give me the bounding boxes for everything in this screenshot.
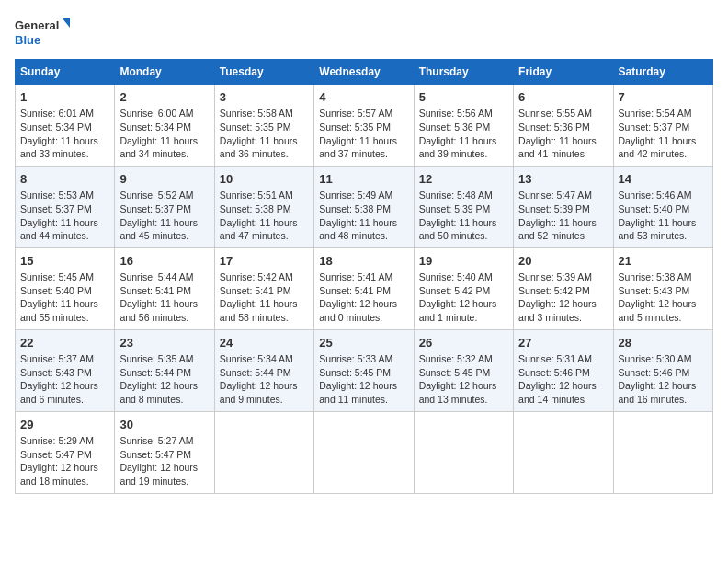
- sunrise-text: Sunrise: 6:00 AM: [119, 108, 193, 119]
- calendar-cell: 16Sunrise: 5:44 AMSunset: 5:41 PMDayligh…: [115, 247, 214, 329]
- sunrise-text: Sunrise: 5:40 AM: [419, 271, 493, 282]
- day-number: 19: [419, 253, 508, 270]
- calendar-cell: 1Sunrise: 6:01 AMSunset: 5:34 PMDaylight…: [16, 85, 115, 167]
- calendar-cell: 13Sunrise: 5:47 AMSunset: 5:39 PMDayligh…: [514, 166, 613, 247]
- day-number: 24: [220, 335, 309, 351]
- weekday-header-monday: Monday: [115, 60, 214, 85]
- weekday-header-tuesday: Tuesday: [214, 60, 313, 85]
- sunrise-text: Sunrise: 5:31 AM: [518, 353, 592, 364]
- sunset-text: Sunset: 5:41 PM: [319, 285, 391, 296]
- week-row-3: 15Sunrise: 5:45 AMSunset: 5:40 PMDayligh…: [16, 247, 713, 329]
- sunrise-text: Sunrise: 5:35 AM: [119, 353, 193, 364]
- day-number: 15: [20, 253, 109, 270]
- sunrise-text: Sunrise: 5:48 AM: [419, 190, 493, 201]
- daylight-text: Daylight: 12 hours and 8 minutes.: [119, 380, 198, 405]
- daylight-text: Daylight: 11 hours and 44 minutes.: [20, 217, 98, 242]
- calendar-cell: [514, 411, 613, 493]
- calendar-cell: 5Sunrise: 5:56 AMSunset: 5:36 PMDaylight…: [414, 85, 513, 167]
- calendar-cell: 18Sunrise: 5:41 AMSunset: 5:41 PMDayligh…: [314, 247, 414, 329]
- calendar-cell: 12Sunrise: 5:48 AMSunset: 5:39 PMDayligh…: [414, 166, 513, 247]
- daylight-text: Daylight: 11 hours and 53 minutes.: [619, 217, 697, 242]
- day-number: 8: [20, 171, 109, 188]
- calendar-cell: [214, 411, 313, 493]
- day-number: 7: [619, 89, 708, 106]
- sunset-text: Sunset: 5:44 PM: [119, 367, 191, 378]
- svg-text:General: General: [15, 18, 59, 32]
- sunrise-text: Sunrise: 5:27 AM: [119, 435, 193, 446]
- sunrise-text: Sunrise: 5:37 AM: [20, 353, 94, 364]
- calendar-cell: [613, 411, 712, 493]
- daylight-text: Daylight: 12 hours and 9 minutes.: [220, 380, 298, 405]
- logo-svg: General Blue: [15, 15, 70, 50]
- calendar-cell: 25Sunrise: 5:33 AMSunset: 5:45 PMDayligh…: [314, 329, 414, 411]
- weekday-header-saturday: Saturday: [613, 60, 712, 85]
- page-header: General Blue: [15, 15, 713, 50]
- daylight-text: Daylight: 11 hours and 58 minutes.: [220, 298, 298, 323]
- sunrise-text: Sunrise: 5:30 AM: [619, 353, 692, 364]
- daylight-text: Daylight: 12 hours and 5 minutes.: [619, 298, 697, 323]
- sunset-text: Sunset: 5:38 PM: [220, 203, 291, 214]
- day-number: 2: [119, 89, 209, 106]
- calendar-cell: 4Sunrise: 5:57 AMSunset: 5:35 PMDaylight…: [314, 85, 414, 167]
- daylight-text: Daylight: 11 hours and 52 minutes.: [518, 217, 597, 242]
- daylight-text: Daylight: 11 hours and 33 minutes.: [20, 135, 98, 160]
- sunrise-text: Sunrise: 5:57 AM: [319, 108, 392, 119]
- sunset-text: Sunset: 5:39 PM: [518, 203, 590, 214]
- day-number: 25: [319, 335, 408, 351]
- sunset-text: Sunset: 5:44 PM: [220, 367, 291, 378]
- calendar-cell: 27Sunrise: 5:31 AMSunset: 5:46 PMDayligh…: [514, 329, 613, 411]
- daylight-text: Daylight: 12 hours and 14 minutes.: [518, 380, 597, 405]
- day-number: 21: [619, 253, 708, 270]
- sunrise-text: Sunrise: 5:51 AM: [220, 190, 293, 201]
- day-number: 6: [518, 89, 608, 106]
- sunrise-text: Sunrise: 6:01 AM: [20, 108, 94, 119]
- day-number: 18: [319, 253, 408, 270]
- weekday-header-friday: Friday: [514, 60, 613, 85]
- weekday-header-thursday: Thursday: [414, 60, 513, 85]
- sunrise-text: Sunrise: 5:46 AM: [619, 190, 692, 201]
- calendar-cell: 23Sunrise: 5:35 AMSunset: 5:44 PMDayligh…: [115, 329, 214, 411]
- sunset-text: Sunset: 5:40 PM: [619, 203, 690, 214]
- calendar-cell: [414, 411, 513, 493]
- sunrise-text: Sunrise: 5:52 AM: [119, 190, 193, 201]
- svg-marker-2: [63, 18, 70, 28]
- sunset-text: Sunset: 5:35 PM: [220, 121, 291, 132]
- daylight-text: Daylight: 11 hours and 41 minutes.: [518, 135, 597, 160]
- sunrise-text: Sunrise: 5:34 AM: [220, 353, 293, 364]
- daylight-text: Daylight: 11 hours and 42 minutes.: [619, 135, 697, 160]
- sunrise-text: Sunrise: 5:45 AM: [20, 271, 94, 282]
- logo: General Blue: [15, 15, 70, 50]
- weekday-header-wednesday: Wednesday: [314, 60, 414, 85]
- daylight-text: Daylight: 11 hours and 50 minutes.: [419, 217, 497, 242]
- weekday-header-row: SundayMondayTuesdayWednesdayThursdayFrid…: [16, 60, 713, 85]
- daylight-text: Daylight: 12 hours and 16 minutes.: [619, 380, 697, 405]
- calendar-cell: 14Sunrise: 5:46 AMSunset: 5:40 PMDayligh…: [613, 166, 712, 247]
- week-row-5: 29Sunrise: 5:29 AMSunset: 5:47 PMDayligh…: [16, 411, 713, 493]
- sunrise-text: Sunrise: 5:29 AM: [20, 435, 94, 446]
- sunset-text: Sunset: 5:46 PM: [518, 367, 590, 378]
- sunrise-text: Sunrise: 5:32 AM: [419, 353, 493, 364]
- calendar-cell: 15Sunrise: 5:45 AMSunset: 5:40 PMDayligh…: [16, 247, 115, 329]
- week-row-2: 8Sunrise: 5:53 AMSunset: 5:37 PMDaylight…: [16, 166, 713, 247]
- day-number: 14: [619, 171, 708, 188]
- sunset-text: Sunset: 5:37 PM: [619, 121, 690, 132]
- sunset-text: Sunset: 5:41 PM: [119, 285, 191, 296]
- daylight-text: Daylight: 11 hours and 36 minutes.: [220, 135, 298, 160]
- day-number: 29: [20, 417, 109, 433]
- sunrise-text: Sunrise: 5:39 AM: [518, 271, 592, 282]
- calendar-cell: 28Sunrise: 5:30 AMSunset: 5:46 PMDayligh…: [613, 329, 712, 411]
- sunrise-text: Sunrise: 5:38 AM: [619, 271, 692, 282]
- day-number: 9: [119, 171, 209, 188]
- daylight-text: Daylight: 11 hours and 37 minutes.: [319, 135, 397, 160]
- sunrise-text: Sunrise: 5:47 AM: [518, 190, 592, 201]
- sunset-text: Sunset: 5:34 PM: [20, 121, 92, 132]
- day-number: 3: [220, 89, 309, 106]
- sunset-text: Sunset: 5:35 PM: [319, 121, 391, 132]
- daylight-text: Daylight: 12 hours and 0 minutes.: [319, 298, 397, 323]
- day-number: 4: [319, 89, 408, 106]
- day-number: 13: [518, 171, 608, 188]
- day-number: 22: [20, 335, 109, 351]
- sunset-text: Sunset: 5:34 PM: [119, 121, 191, 132]
- sunset-text: Sunset: 5:41 PM: [220, 285, 291, 296]
- sunrise-text: Sunrise: 5:54 AM: [619, 108, 692, 119]
